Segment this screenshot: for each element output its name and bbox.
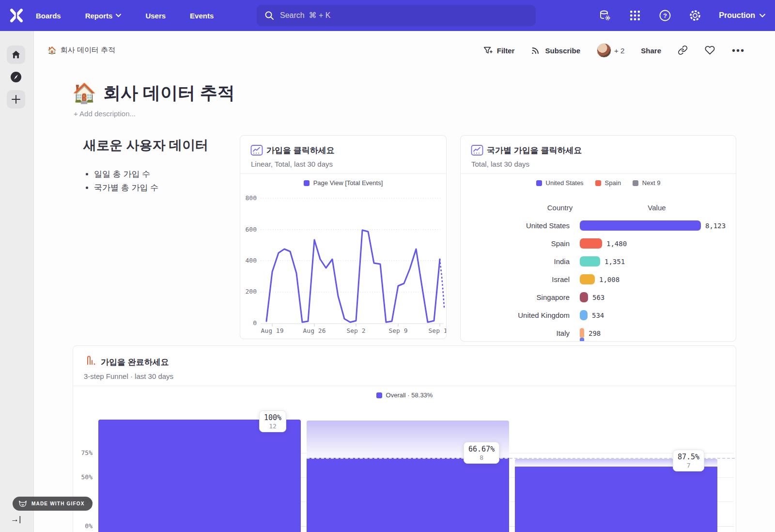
collaborators-count: + 2: [614, 47, 624, 55]
nav-users[interactable]: Users: [145, 12, 166, 20]
board-emoji-icon: 🏠: [47, 46, 57, 55]
value-bar: [580, 274, 595, 284]
legend-swatch: [633, 180, 638, 186]
y-tick: 50%: [73, 473, 93, 481]
apps-grid-icon[interactable]: [629, 9, 641, 22]
data-management-icon[interactable]: [599, 9, 611, 22]
x-tick: Aug 19: [258, 327, 287, 334]
table-row[interactable]: United Kingdom 534: [461, 306, 736, 324]
x-tick: Sep 16: [425, 327, 447, 334]
x-tick: Sep 9: [384, 327, 413, 334]
nav-events[interactable]: Events: [190, 12, 214, 20]
value-bar: [580, 256, 600, 266]
line-chart-title: 가입을 클릭하세요: [266, 145, 335, 156]
value-bar: [580, 292, 588, 302]
legend-swatch: [376, 392, 382, 398]
add-description-button[interactable]: + Add description...: [74, 110, 136, 118]
chevron-down-icon: [760, 14, 765, 17]
text-tile: 새로운 사용자 데이터 일일 총 가입 수 국가별 총 가입 수: [83, 137, 229, 195]
settings-gear-icon[interactable]: [689, 9, 701, 22]
table-row[interactable]: India 1,351: [461, 252, 736, 270]
mixpanel-logo-icon[interactable]: [9, 8, 24, 23]
column-header-value: Value: [613, 203, 700, 212]
funnel-step-1-label: 100% 12: [259, 410, 286, 432]
bar-rows: United States 8,123 Spain 1,480 India 1,…: [461, 217, 736, 342]
legend-swatch: [536, 180, 542, 186]
page-title: 🏠 회사 데이터 추적: [72, 81, 235, 105]
divider: [73, 386, 736, 386]
filter-button[interactable]: Filter: [483, 46, 515, 55]
line-chart-legend: Page View [Total Events]: [240, 179, 446, 187]
table-row[interactable]: Italy 298: [461, 324, 736, 342]
gifox-badge: MADE WITH GIFOX: [13, 497, 93, 511]
chevron-down-icon: [116, 14, 121, 17]
subscribe-button[interactable]: Subscribe: [531, 46, 580, 55]
y-tick: 0%: [73, 522, 93, 530]
bar-chart-subtitle: Total, last 30 days: [471, 160, 529, 168]
text-tile-heading: 새로운 사용자 데이터: [83, 137, 229, 154]
avatar: [597, 43, 611, 58]
value-bar: [580, 310, 588, 320]
table-row[interactable]: Spain 1,480: [461, 235, 736, 252]
share-button[interactable]: Share: [641, 47, 661, 55]
funnel-chart-icon: [85, 356, 97, 367]
table-row[interactable]: United States 8,123: [461, 217, 736, 235]
svg-text:?: ?: [663, 12, 667, 19]
home-icon[interactable]: [7, 46, 25, 64]
search-bar[interactable]: [257, 5, 536, 26]
x-tick: Aug 26: [300, 327, 329, 334]
funnel-step-2-label: 66.67% 8: [464, 442, 499, 464]
legend-swatch: [595, 180, 601, 186]
table-row[interactable]: Israel 1,008: [461, 270, 736, 288]
y-tick: 400: [240, 257, 257, 264]
y-tick: 75%: [73, 449, 93, 456]
compass-icon[interactable]: [7, 68, 25, 86]
legend-swatch: [304, 180, 310, 186]
bar-chart-title: 국가별 가입을 클릭하세요: [487, 145, 582, 156]
column-header-country: Country: [516, 203, 604, 212]
project-switcher[interactable]: Prouction: [719, 11, 765, 20]
filter-icon: [483, 46, 493, 55]
board-actions: Filter Subscribe + 2 Share •••: [483, 42, 745, 59]
value-bar: [580, 220, 701, 231]
line-chart-card[interactable]: 가입을 클릭하세요 Linear, Total, last 30 days Pa…: [240, 135, 447, 339]
insights-chart-icon: [250, 144, 263, 156]
y-tick: 600: [240, 226, 257, 233]
rss-icon: [531, 46, 541, 55]
funnel-chart-card[interactable]: 가입을 완료하세요 3-step Funnel · last 30 days O…: [73, 345, 736, 532]
top-nav-bar: Boards Reports Users Events ?: [0, 0, 775, 31]
bar-chart-card[interactable]: 국가별 가입을 클릭하세요 Total, last 30 days United…: [460, 135, 736, 342]
nav-boards[interactable]: Boards: [36, 12, 61, 20]
y-tick: 0: [240, 319, 257, 327]
conversion-reference-line: [307, 458, 735, 459]
value-bar: [580, 328, 584, 338]
fox-icon: [18, 500, 27, 507]
line-chart-plot[interactable]: [261, 192, 447, 332]
breadcrumb[interactable]: 🏠 회사 데이터 추적: [47, 46, 115, 55]
nav-reports[interactable]: Reports: [85, 12, 122, 20]
line-series-projection: [440, 259, 444, 307]
favorite-heart-icon[interactable]: [705, 45, 715, 56]
board-emoji: 🏠: [72, 82, 96, 105]
line-series: [266, 230, 440, 322]
search-icon: [264, 11, 274, 20]
help-icon[interactable]: ?: [659, 9, 671, 22]
line-chart-subtitle: Linear, Total, last 30 days: [251, 160, 333, 168]
funnel-chart-title: 가입을 완료하세요: [101, 357, 169, 368]
text-tile-bullet: 일일 총 가입 수: [94, 168, 229, 181]
copy-link-icon[interactable]: [678, 45, 688, 56]
collaborators[interactable]: + 2: [597, 43, 624, 58]
search-input[interactable]: [280, 11, 512, 20]
insights-chart-icon: [471, 144, 483, 156]
more-options-button[interactable]: •••: [732, 48, 745, 53]
y-tick: 800: [240, 194, 257, 202]
table-row[interactable]: Singapore 563: [461, 288, 736, 306]
bar-chart-legend: United States Spain Next 9: [461, 179, 736, 187]
sidebar-collapse-icon[interactable]: →|: [11, 515, 21, 524]
funnel-chart-subtitle: 3-step Funnel · last 30 days: [84, 372, 173, 380]
text-tile-bullet: 국가별 총 가입 수: [94, 181, 229, 195]
funnel-legend: Overall · 58.33%: [73, 391, 736, 399]
x-tick: Sep 2: [341, 327, 371, 334]
add-board-icon[interactable]: [7, 90, 25, 109]
clipped-row-bar: [580, 338, 584, 342]
